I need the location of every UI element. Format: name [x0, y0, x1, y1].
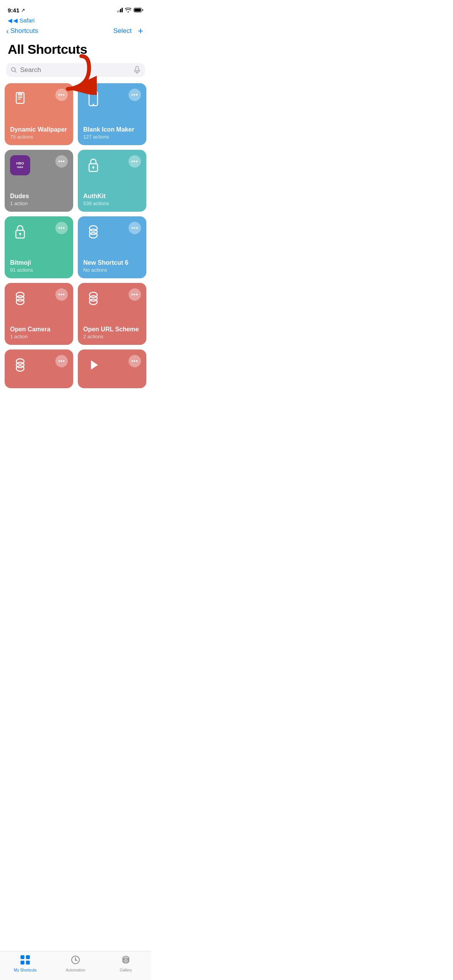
partial-right-more-button[interactable]: ••• [129, 355, 141, 367]
back-safari: ◀ ◀ Safari [0, 17, 151, 25]
search-icon [11, 67, 17, 73]
nav-actions: Select + [113, 26, 143, 36]
card-title: Bitmoji [10, 259, 68, 266]
more-dots-icon: ••• [131, 358, 138, 364]
card-subtitle: 75 actions [10, 134, 68, 140]
card-title: Dynamic Wallpaper [10, 126, 68, 133]
svg-point-29 [16, 366, 24, 371]
svg-rect-3 [136, 67, 139, 71]
shortcut-card-dudes[interactable]: HBO max ••• Dudes 1 action [5, 150, 73, 212]
more-dots-icon: ••• [131, 291, 138, 298]
card-top: ••• [83, 222, 141, 242]
shortcut-card-new-shortcut-6[interactable]: ••• New Shortcut 6 No actions [78, 216, 146, 278]
new-shortcut-6-more-button[interactable]: ••• [129, 222, 141, 234]
card-subtitle: No actions [83, 267, 141, 273]
more-dots-icon: ••• [131, 225, 138, 231]
card-title: Dudes [10, 193, 68, 200]
svg-point-20 [89, 233, 97, 238]
more-dots-icon: ••• [58, 358, 65, 364]
add-button[interactable]: + [138, 26, 143, 36]
bitmoji-more-button[interactable]: ••• [55, 222, 68, 234]
card-title: Blank Icon Maker [83, 126, 141, 133]
open-camera-icon [10, 288, 30, 308]
back-label: Shortcuts [10, 27, 38, 35]
partial-left-icon [10, 355, 30, 375]
authkit-more-button[interactable]: ••• [129, 155, 141, 168]
svg-rect-6 [18, 93, 22, 95]
svg-rect-17 [20, 234, 21, 236]
card-top: ••• [10, 288, 68, 308]
more-dots-icon: ••• [131, 158, 138, 164]
svg-rect-9 [18, 99, 21, 99]
svg-point-11 [93, 104, 94, 105]
select-button[interactable]: Select [113, 27, 132, 35]
shortcut-card-bitmoji[interactable]: ••• Bitmoji 91 actions [5, 216, 73, 278]
back-arrow-icon: ‹ [6, 27, 9, 36]
open-url-scheme-icon [83, 288, 103, 308]
card-subtitle: 1 action [10, 334, 68, 339]
more-dots-icon: ••• [58, 225, 65, 231]
card-top: ••• [10, 222, 68, 242]
shortcut-card-open-url-scheme[interactable]: ••• Open URL Scheme 2 actions [78, 283, 146, 345]
shortcut-card-partial-right[interactable]: ••• [78, 350, 146, 388]
more-dots-icon: ••• [58, 291, 65, 298]
battery-icon [134, 8, 143, 12]
blank-icon-maker-more-button[interactable]: ••• [129, 89, 141, 101]
card-bottom: AuthKit 539 actions [83, 193, 141, 206]
svg-rect-1 [134, 9, 141, 12]
more-dots-icon: ••• [58, 158, 65, 164]
card-bottom: Bitmoji 91 actions [10, 259, 68, 273]
svg-point-23 [16, 299, 24, 305]
shortcut-card-partial-left[interactable]: ••• [5, 350, 73, 388]
more-dots-icon: ••• [131, 92, 138, 98]
svg-marker-30 [91, 360, 98, 370]
status-bar: 9:41 ↗ [0, 0, 151, 17]
card-bottom: New Shortcut 6 No actions [83, 259, 141, 273]
card-top: ••• [10, 355, 68, 375]
status-icons [117, 8, 143, 12]
status-time: 9:41 ↗ [8, 7, 25, 14]
svg-rect-14 [93, 167, 94, 169]
open-url-scheme-more-button[interactable]: ••• [129, 288, 141, 301]
back-button[interactable]: ‹ Shortcuts [6, 27, 38, 36]
card-title: AuthKit [83, 193, 141, 200]
partial-right-icon [83, 355, 103, 375]
navigation-bar: ‹ Shortcuts Select + [0, 25, 151, 39]
wifi-icon [125, 8, 131, 12]
card-subtitle: 91 actions [10, 267, 68, 273]
card-title: Open Camera [10, 326, 68, 333]
card-bottom: Dudes 1 action [10, 193, 68, 206]
card-bottom: Dynamic Wallpaper 75 actions [10, 126, 68, 140]
card-bottom: Blank Icon Maker 127 actions [83, 126, 141, 140]
card-title: New Shortcut 6 [83, 259, 141, 266]
svg-rect-8 [18, 97, 22, 98]
partial-left-more-button[interactable]: ••• [55, 355, 68, 367]
card-top: ••• [83, 288, 141, 308]
card-subtitle: 127 actions [83, 134, 141, 140]
authkit-icon [83, 155, 103, 175]
hbo-max-icon: HBO max [10, 155, 30, 175]
mic-icon [134, 66, 140, 74]
dynamic-wallpaper-icon [10, 89, 30, 109]
card-top: ••• [83, 355, 141, 375]
card-bottom: Open Camera 1 action [10, 326, 68, 339]
card-subtitle: 539 actions [83, 200, 141, 206]
bitmoji-icon [10, 222, 30, 242]
shortcut-card-open-camera[interactable]: ••• Open Camera 1 action [5, 283, 73, 345]
signal-icon [117, 8, 123, 12]
card-subtitle: 2 actions [83, 334, 141, 339]
new-shortcut-6-icon [83, 222, 103, 242]
shortcut-card-authkit[interactable]: ••• AuthKit 539 actions [78, 150, 146, 212]
card-top: ••• [83, 155, 141, 175]
card-subtitle: 1 action [10, 200, 68, 206]
card-title: Open URL Scheme [83, 326, 141, 333]
svg-point-26 [89, 299, 97, 305]
open-camera-more-button[interactable]: ••• [55, 288, 68, 301]
dudes-more-button[interactable]: ••• [55, 155, 68, 168]
svg-rect-7 [18, 96, 22, 96]
shortcuts-grid: ••• Dynamic Wallpaper 75 actions ••• Bla… [0, 83, 151, 388]
card-top: HBO max ••• [10, 155, 68, 175]
card-bottom: Open URL Scheme 2 actions [83, 326, 141, 339]
